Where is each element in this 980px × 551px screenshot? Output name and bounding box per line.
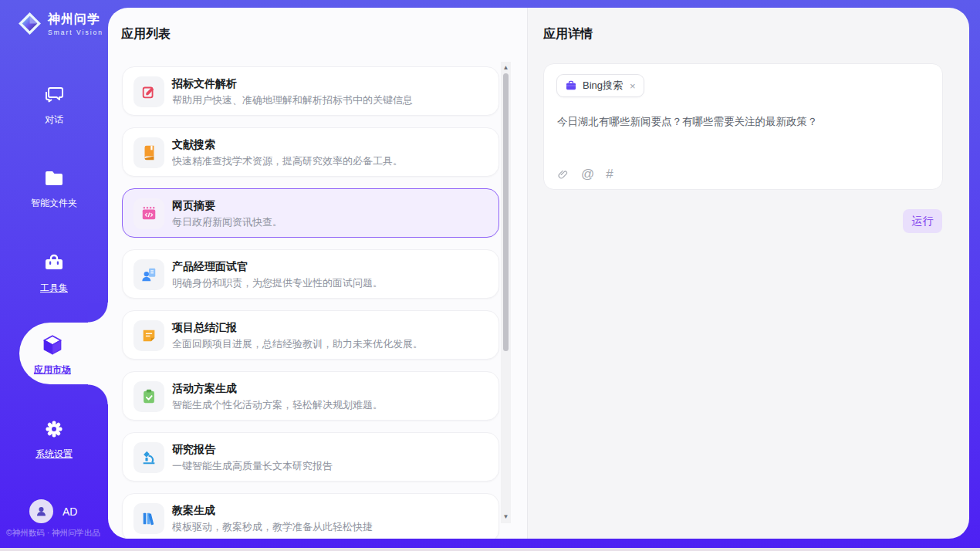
app-detail-title: 应用详情 xyxy=(543,26,593,42)
browser-code-icon xyxy=(133,198,164,229)
app-card-project-summary[interactable]: 项目总结汇报 全面回顾项目进展，总结经验教训，助力未来优化发展。 xyxy=(122,310,499,360)
tab-curve-top xyxy=(88,303,108,323)
logo-diamond-icon xyxy=(17,11,42,36)
app-name: 项目总结汇报 xyxy=(172,319,489,335)
app-card-web-summary[interactable]: 网页摘要 每日政府新闻资讯快查。 xyxy=(122,188,499,238)
app-card-pm-interviewer[interactable]: 产品经理面试官 明确身份和职责，为您提供专业性的面试问题。 xyxy=(122,249,499,299)
main-content: 应用列表 招标文件解析 帮助用户快速、准确地理解和解析招标书中的关键信息 xyxy=(108,8,969,539)
hash-icon[interactable]: # xyxy=(606,167,613,181)
app-list-panel: 应用列表 招标文件解析 帮助用户快速、准确地理解和解析招标书中的关键信息 xyxy=(108,8,527,539)
app-desc: 一键智能生成高质量长文本研究报告 xyxy=(172,458,489,474)
avatar[interactable] xyxy=(29,499,53,523)
sidebar-item-label: 智能文件夹 xyxy=(0,197,108,210)
sidebar-item-toolset[interactable]: 工具集 xyxy=(0,252,108,295)
interviewer-icon xyxy=(133,259,164,290)
sidebar-item-smart-folder[interactable]: 智能文件夹 xyxy=(0,167,108,210)
app-card-research-report[interactable]: 研究报告 一键智能生成高质量长文本研究报告 xyxy=(122,432,499,482)
app-name: 研究报告 xyxy=(172,441,489,457)
app-name: 网页摘要 xyxy=(172,198,489,213)
app-desc: 快速精准查找学术资源，提高研究效率的必备工具。 xyxy=(172,154,489,169)
sidebar-item-label: 系统设置 xyxy=(0,448,108,461)
app-name: 文献搜索 xyxy=(172,137,489,152)
tab-curve-bottom xyxy=(88,384,108,404)
sidebar-item-label: 应用市场 xyxy=(19,363,86,377)
user-account[interactable]: AD xyxy=(29,499,77,523)
app-detail-panel: 应用详情 Bing搜索 × 今日湖北有哪些新闻要点？有哪些需要关注的最新政策？ xyxy=(527,8,969,539)
app-card-lesson-plan[interactable]: 教案生成 模板驱动，教案秒成，教学准备从此轻松快捷 xyxy=(122,493,499,539)
app-desc: 明确身份和职责，为您提供专业性的面试问题。 xyxy=(172,276,489,291)
app-desc: 每日政府新闻资讯快查。 xyxy=(172,215,489,230)
app-name: 招标文件解析 xyxy=(172,76,489,91)
app-desc: 全面回顾项目进展，总结经验教训，助力未来优化发展。 xyxy=(172,336,489,352)
folder-icon xyxy=(42,167,66,190)
book-icon xyxy=(133,137,164,168)
app-card-event-plan[interactable]: 活动方案生成 智能生成个性化活动方案，轻松解决规划难题。 xyxy=(122,371,499,421)
scroll-down-arrow-icon[interactable]: ▼ xyxy=(501,512,511,522)
run-button[interactable]: 运行 xyxy=(903,209,942,233)
attachment-toolbar: @ # xyxy=(557,167,613,181)
logo-subtitle: Smart Vision xyxy=(48,29,103,36)
cube-icon xyxy=(41,333,64,357)
app-desc: 帮助用户快速、准确地理解和解析招标书中的关键信息 xyxy=(172,93,489,108)
user-icon xyxy=(35,505,48,518)
toolbox-icon xyxy=(42,252,66,275)
app-desc: 智能生成个性化活动方案，轻松解决规划难题。 xyxy=(172,397,489,413)
scroll-up-arrow-icon[interactable]: ▲ xyxy=(501,63,511,73)
sidebar-item-label: 对话 xyxy=(0,113,108,127)
app-card-bid-analysis[interactable]: 招标文件解析 帮助用户快速、准确地理解和解析招标书中的关键信息 xyxy=(122,66,499,116)
app-name: 产品经理面试官 xyxy=(172,259,489,274)
note-icon xyxy=(133,320,164,351)
briefcase-icon xyxy=(565,79,577,92)
sidebar-item-chat[interactable]: 对话 xyxy=(0,83,108,127)
bottom-edge xyxy=(0,548,980,551)
app-window: 神州问学 Smart Vision 对话 智能文件夹 xyxy=(0,0,980,551)
app-name: 活动方案生成 xyxy=(172,380,489,396)
prompt-text[interactable]: 今日湖北有哪些新闻要点？有哪些需要关注的最新政策？ xyxy=(557,115,930,129)
sidebar-item-settings[interactable]: 系统设置 xyxy=(0,417,108,461)
sidebar: 神州问学 Smart Vision 对话 智能文件夹 xyxy=(0,0,108,551)
sidebar-footer: ©神州数码 · 神州问学出品 xyxy=(6,528,108,539)
microscope-icon xyxy=(133,442,164,473)
books-icon xyxy=(133,503,164,534)
logo-title: 神州问学 xyxy=(48,12,103,28)
chip-label: Bing搜索 xyxy=(583,79,623,93)
app-list-title: 应用列表 xyxy=(121,26,171,42)
bing-search-chip[interactable]: Bing搜索 × xyxy=(556,74,644,97)
document-edit-icon xyxy=(133,76,164,107)
chat-icon xyxy=(42,83,66,106)
gear-icon xyxy=(42,417,66,441)
app-name: 教案生成 xyxy=(172,502,489,518)
logo: 神州问学 Smart Vision xyxy=(17,11,103,36)
app-card-literature-search[interactable]: 文献搜索 快速精准查找学术资源，提高研究效率的必备工具。 xyxy=(122,127,499,177)
sidebar-item-app-market[interactable]: 应用市场 xyxy=(19,323,108,384)
chip-close-icon[interactable]: × xyxy=(630,80,636,92)
app-desc: 模板驱动，教案秒成，教学准备从此轻松快捷 xyxy=(172,519,489,535)
paperclip-icon[interactable] xyxy=(557,167,569,181)
clipboard-check-icon xyxy=(133,381,164,412)
user-name: AD xyxy=(63,505,77,518)
scrollbar-thumb[interactable] xyxy=(503,73,509,351)
list-scrollbar[interactable]: ▲ ▼ xyxy=(501,62,511,523)
prompt-card: Bing搜索 × 今日湖北有哪些新闻要点？有哪些需要关注的最新政策？ @ # xyxy=(543,63,943,190)
sidebar-item-label: 工具集 xyxy=(0,282,108,295)
mention-icon[interactable]: @ xyxy=(581,167,594,181)
